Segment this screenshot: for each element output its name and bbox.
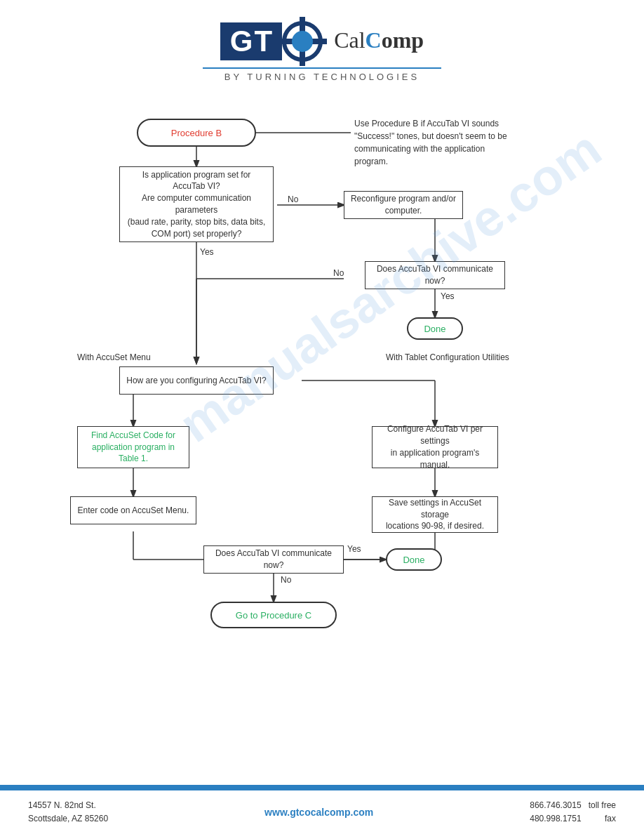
enter-code-text: Enter code on AccuSet Menu. <box>78 505 189 517</box>
footer-website: www.gtcocalcomp.com <box>264 807 373 818</box>
procedure-b-node: Procedure B <box>137 119 256 147</box>
footer-phone: 866.746.3015 480.998.1751 <box>530 799 581 826</box>
logo-comp: omp <box>382 27 424 53</box>
logo-tagline: by TURNING technologies <box>224 72 420 82</box>
done2-text: Done <box>403 555 424 565</box>
save-settings-node: Save settings in AccuSet storage locatio… <box>372 496 498 533</box>
logo-circle <box>282 21 327 62</box>
logo-cal-c: C <box>365 27 382 53</box>
footer-contact: 866.746.3015 480.998.1751 toll free fax <box>530 799 616 826</box>
no-label-3: No <box>281 575 291 585</box>
yes-label-1: Yes <box>200 247 214 257</box>
does-commun2-text: Does AccuTab VI communicate now? <box>208 548 340 571</box>
find-accuset-node: Find AccuSet Code for application progra… <box>77 426 189 468</box>
yes-label-2: Yes <box>441 291 455 301</box>
procedure-b-label: Procedure B <box>171 128 222 138</box>
reconfigure-text: Reconfigure program and/or computer. <box>348 193 459 217</box>
enter-code-node: Enter code on AccuSet Menu. <box>70 496 196 524</box>
goto-c-text: Go to Procedure C <box>236 610 311 621</box>
configure-tablet-node: Configure AccuTab VI per settings in app… <box>372 426 498 468</box>
logo-gt-text: GT <box>220 22 282 60</box>
logo-gtco: GT <box>220 21 327 62</box>
logo-calcomp: CalComp <box>334 27 424 53</box>
header: GT CalComp by TURNING technologies <box>0 0 644 89</box>
how-configuring-node: How are you configuring AccuTab VI? <box>119 366 274 395</box>
goto-c-node: Go to Procedure C <box>210 602 337 628</box>
logo-container: GT CalComp by TURNING technologies <box>203 21 441 82</box>
is-app-set-text: Is application program set for AccuTab V… <box>126 169 267 240</box>
with-accuset-label: With AccuSet Menu <box>77 352 151 362</box>
no-label-1: No <box>288 194 298 204</box>
no-label-2: No <box>333 268 344 278</box>
configure-tablet-text: Configure AccuTab VI per settings in app… <box>377 423 493 470</box>
done1-node: Done <box>407 317 463 340</box>
is-app-set-node: Is application program set for AccuTab V… <box>119 166 274 242</box>
footer-address-line2: Scottsdale, AZ 85260 <box>28 812 108 826</box>
logo-tagline-bar <box>203 67 441 69</box>
logo-circle-inner <box>292 31 313 52</box>
find-accuset-text: Find AccuSet Code for application progra… <box>82 430 185 465</box>
logo-cal: Cal <box>334 27 365 53</box>
does-commun2-node: Does AccuTab VI communicate now? <box>203 545 344 574</box>
flowchart: manualsarchive.com <box>42 103 602 665</box>
does-commun1-node: Does AccuTab VI communicate now? <box>365 261 505 289</box>
footer-address: 14557 N. 82nd St. Scottsdale, AZ 85260 <box>28 799 108 826</box>
reconfigure-node: Reconfigure program and/or computer. <box>344 191 463 219</box>
yes-label-3: Yes <box>347 544 361 554</box>
how-configuring-text: How are you configuring AccuTab VI? <box>126 375 266 387</box>
does-commun1-text: Does AccuTab VI communicate now? <box>369 263 501 287</box>
done2-node: Done <box>386 548 442 571</box>
save-settings-text: Save settings in AccuSet storage locatio… <box>376 497 494 532</box>
footer: 14557 N. 82nd St. Scottsdale, AZ 85260 w… <box>0 785 644 834</box>
footer-labels: toll free fax <box>589 799 616 826</box>
done1-text: Done <box>424 324 445 334</box>
footer-address-line1: 14557 N. 82nd St. <box>28 799 108 812</box>
main-content: manualsarchive.com <box>0 89 644 785</box>
procedure-b-note: Use Procedure B if AccuTab VI sounds "Su… <box>354 117 509 168</box>
with-tablet-label: With Tablet Configuration Utilities <box>386 352 509 362</box>
